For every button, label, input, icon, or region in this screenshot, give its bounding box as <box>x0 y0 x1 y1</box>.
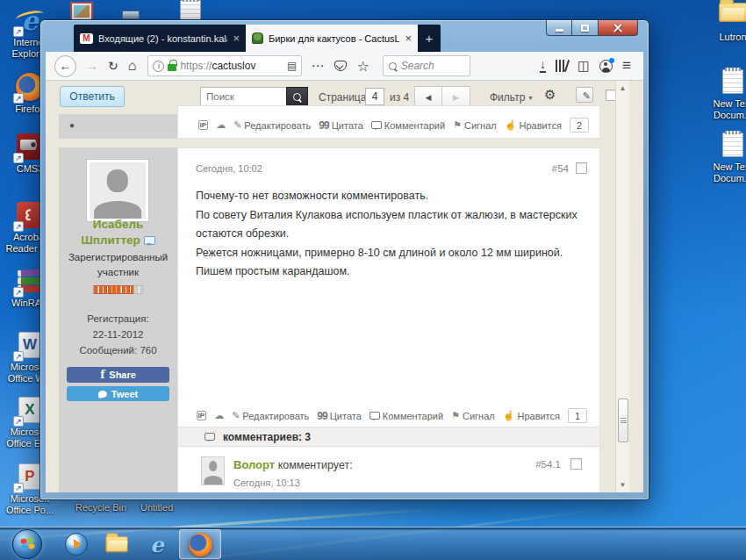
post-count: Сообщений: 760 <box>59 345 177 355</box>
firefox-account-icon[interactable] <box>599 60 613 73</box>
report-action[interactable]: ⚑Сигнал <box>453 119 497 131</box>
select-post-checkbox[interactable] <box>576 162 587 174</box>
shortcut-arrow-icon: ↗ <box>13 351 24 362</box>
site-info-icon[interactable]: i <box>153 61 164 72</box>
new-tab-button[interactable]: + <box>418 25 441 52</box>
gmail-icon: M <box>80 33 93 44</box>
library-icon[interactable] <box>556 60 568 72</box>
avatar[interactable] <box>86 159 149 222</box>
author-first-name[interactable]: Исабель <box>59 218 177 231</box>
cactus-favicon <box>252 32 263 44</box>
tweet-button[interactable]: Tweet <box>67 386 169 401</box>
shortcut-arrow-icon: ↗ <box>13 221 24 232</box>
maximize-icon <box>581 25 589 32</box>
chevron-down-icon: ▼ <box>527 95 534 101</box>
author-last-name[interactable]: Шплиттер <box>59 233 177 247</box>
compose-icon[interactable]: ✎ <box>576 87 593 103</box>
search-magnifier-icon <box>389 62 397 70</box>
facebook-share-button[interactable]: fShare <box>67 367 169 383</box>
shortcut-arrow-icon: ↗ <box>13 416 24 427</box>
message-bubble-icon[interactable] <box>144 236 155 245</box>
desktop-icon-label: New Text Docum... <box>707 98 746 121</box>
select-comment-checkbox[interactable] <box>570 458 582 470</box>
forum-search-input[interactable] <box>200 87 286 106</box>
report-action[interactable]: ⚑Сигнал <box>451 410 495 421</box>
reply-button[interactable]: Ответить <box>60 86 125 107</box>
comment-author[interactable]: Волорт <box>233 458 275 471</box>
desktop-icon-partial[interactable] <box>122 11 140 19</box>
like-count[interactable]: 2 <box>570 118 589 133</box>
taskbar-firefox-active[interactable] <box>179 529 221 559</box>
registration-date: 22-11-2012 <box>59 329 177 340</box>
forward-button[interactable]: → <box>86 59 98 73</box>
settings-gear-icon[interactable]: ⚙ <box>544 87 556 103</box>
comment-avatar[interactable] <box>201 456 225 485</box>
like-action[interactable]: ☝Нравится <box>505 119 562 131</box>
recycle-bin-label[interactable]: Recycle Bin <box>75 502 126 513</box>
browser-navbar: ← → ↻ ⌂ i https://cactuslov ▤ ⋯ ☆ ↓ ◫ ≡ <box>46 52 643 81</box>
edit-action[interactable]: ✎Редактировать <box>232 410 309 421</box>
ip-action[interactable]: IP <box>198 120 209 130</box>
scroll-up-icon[interactable]: ▲ <box>616 84 629 92</box>
quote-action[interactable]: 99Цитата <box>317 410 361 422</box>
tab-cactuslove-forum[interactable]: Бирки для кактусов - CactusL × <box>246 25 418 52</box>
ip-icon: IP <box>197 411 207 420</box>
like-action[interactable]: ☝Нравится <box>503 410 560 421</box>
close-tab-icon[interactable]: × <box>233 32 240 45</box>
menu-hamburger-icon[interactable]: ≡ <box>622 57 631 75</box>
scrollbar-thumb[interactable] <box>618 398 628 442</box>
browser-search-box[interactable] <box>383 55 470 76</box>
reader-view-icon[interactable]: ▤ <box>287 60 297 72</box>
taskbar-media-player[interactable] <box>63 531 90 557</box>
tab-title: Входящие (2) - konstantin.kala <box>98 33 227 44</box>
tab-title: Бирки для кактусов - CactusL <box>269 33 399 44</box>
taskbar: e <box>0 527 746 560</box>
shortcut-arrow-icon: ↗ <box>13 483 24 493</box>
taskbar-internet-explorer[interactable]: e <box>144 531 170 557</box>
downloads-icon[interactable]: ↓ <box>540 59 546 73</box>
close-tab-icon[interactable]: × <box>405 32 412 45</box>
comment-number[interactable]: #54.1 <box>535 459 561 470</box>
comment-date: Сегодня, 10:13 <box>233 477 300 488</box>
edit-action[interactable]: ✎Редактировать <box>233 119 311 131</box>
maximize-button[interactable] <box>572 20 598 36</box>
back-button[interactable]: ← <box>54 55 76 77</box>
forum-search-button[interactable] <box>286 87 308 106</box>
home-button[interactable]: ⌂ <box>128 58 137 74</box>
pocket-icon[interactable] <box>334 61 347 71</box>
page-scrollbar[interactable]: ▲ ▼ <box>615 81 629 492</box>
speech-bubble-icon <box>371 121 382 129</box>
pm-action[interactable]: ☁ <box>214 410 224 421</box>
post-number[interactable]: #54 <box>552 163 569 174</box>
scroll-down-icon[interactable]: ▼ <box>616 481 629 489</box>
filter-dropdown[interactable]: Фильтр <box>490 91 525 104</box>
taskbar-explorer[interactable] <box>104 531 130 557</box>
start-button[interactable] <box>12 529 42 559</box>
desktop-icon-new-text-document-1[interactable]: New Text Docum... <box>707 67 746 121</box>
quote-action[interactable]: 99Цитата <box>319 119 362 132</box>
pm-action[interactable]: ☁ <box>216 119 226 131</box>
post-body: Сегодня, 10:02 #54 Почему-то нет возможн… <box>177 147 600 492</box>
page-number-input[interactable]: 4 <box>365 88 384 105</box>
close-button[interactable] <box>598 20 638 36</box>
browser-window: M Входящие (2) - konstantin.kala × Бирки… <box>39 19 649 500</box>
ip-action[interactable]: IP <box>197 411 207 420</box>
bookmark-star-icon[interactable]: ☆ <box>356 58 369 75</box>
comment-action[interactable]: Комментарий <box>371 120 445 131</box>
desktop-icon-photo-partial[interactable] <box>70 2 93 21</box>
page-actions-icon[interactable]: ⋯ <box>311 58 325 74</box>
desktop-icon-new-text-document-2[interactable]: New Text Docum... <box>707 130 746 184</box>
reload-button[interactable]: ↻ <box>108 59 118 73</box>
comment-action[interactable]: Комментарий <box>369 411 443 421</box>
comments-header: комментариев: 3 <box>178 427 599 447</box>
shortcut-arrow-icon: ↗ <box>13 153 24 163</box>
folder-icon <box>718 0 746 30</box>
untitled-label[interactable]: Untitled <box>140 502 173 513</box>
browser-search-input[interactable] <box>401 60 464 72</box>
sidebar-toggle-icon[interactable]: ◫ <box>577 58 590 74</box>
desktop-icon-lutron-folder[interactable]: Lutron <box>707 0 746 43</box>
tab-gmail-inbox[interactable]: M Входящие (2) - konstantin.kala × <box>74 25 246 52</box>
url-bar[interactable]: i https://cactuslov ▤ <box>147 55 302 76</box>
like-count[interactable]: 1 <box>568 408 587 423</box>
minimize-button[interactable] <box>546 20 572 36</box>
